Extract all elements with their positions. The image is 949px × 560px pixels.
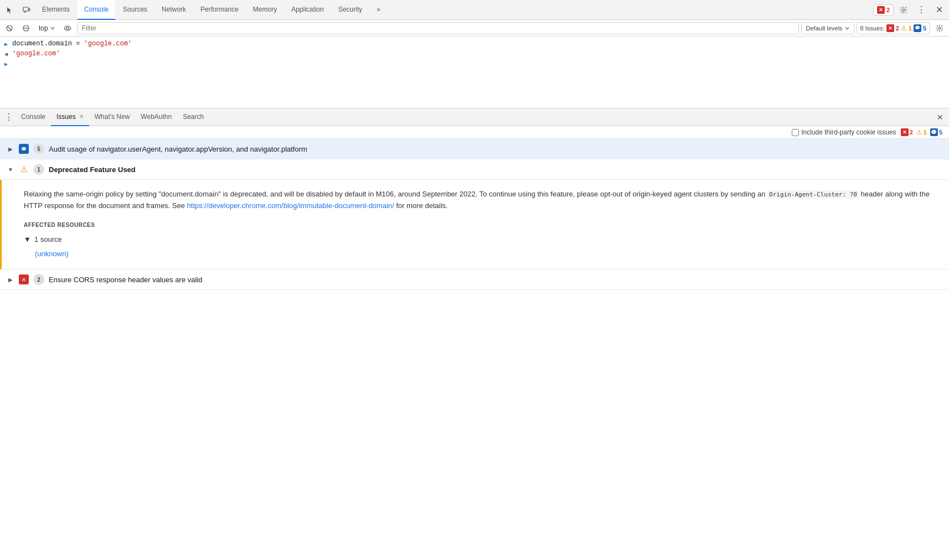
warn-count-badge: ⚠ 1 bbox=[916, 128, 927, 136]
source-toggle[interactable]: ▼ 1 source bbox=[24, 234, 936, 246]
close-issues-tab-icon[interactable]: ✕ bbox=[79, 113, 84, 120]
issue-detail-deprecated: Relaxing the same-origin policy by setti… bbox=[0, 180, 949, 269]
cursor-icon[interactable] bbox=[2, 2, 18, 18]
console-toolbar: top Default levels 8 Issues: ✕ 2 ⚠ 1 💬 5 bbox=[0, 20, 949, 37]
tab-panel-search[interactable]: Search bbox=[177, 108, 209, 126]
return-arrow: ◀ bbox=[4, 50, 8, 58]
close-devtools-icon[interactable]: ✕ bbox=[931, 2, 947, 18]
clear-console-icon[interactable] bbox=[2, 22, 17, 34]
issue-title-3: Ensure CORS response header values are v… bbox=[49, 276, 942, 284]
device-icon[interactable] bbox=[19, 2, 34, 18]
issue-count-2: 1 bbox=[33, 164, 44, 175]
tab-panel-console[interactable]: Console bbox=[16, 108, 51, 126]
source-item-unknown[interactable]: (unknown) bbox=[24, 248, 936, 260]
error-count-badge: ✕ 2 bbox=[901, 128, 913, 136]
issue-expand-arrow-2[interactable]: ▼ bbox=[7, 167, 14, 173]
tab-more[interactable]: » bbox=[370, 0, 387, 20]
tab-panel-webauthn[interactable]: WebAuthn bbox=[135, 108, 177, 126]
issues-badge[interactable]: 8 Issues: ✕ 2 ⚠ 1 💬 5 bbox=[857, 22, 930, 34]
issues-toolbar: Include third-party cookie issues ✕ 2 ⚠ … bbox=[0, 126, 949, 139]
issue-count-1: 5 bbox=[33, 143, 44, 154]
settings-icon[interactable] bbox=[896, 2, 911, 18]
close-panel-icon[interactable]: ✕ bbox=[933, 111, 947, 124]
tab-performance[interactable]: Performance bbox=[194, 0, 245, 20]
tab-panel-issues[interactable]: Issues ✕ bbox=[51, 108, 89, 126]
tab-elements[interactable]: Elements bbox=[35, 0, 76, 20]
svg-rect-0 bbox=[23, 7, 28, 11]
panel-tabs: ⋮ Console Issues ✕ What's New WebAuthn S… bbox=[0, 108, 949, 126]
default-levels-dropdown[interactable]: Default levels bbox=[801, 22, 854, 34]
nav-error-count: 2 bbox=[886, 7, 890, 13]
error-icon: ✕ bbox=[877, 6, 885, 14]
info-count-icon: 💬 bbox=[930, 128, 938, 136]
panel-more-dots[interactable]: ⋮ bbox=[2, 112, 16, 122]
issue-icon-warn: ⚠ bbox=[19, 164, 29, 174]
console-line-3: ▶ bbox=[0, 59, 949, 69]
console-settings-icon[interactable] bbox=[932, 22, 947, 34]
affected-resources: AFFECTED RESOURCES ▼ 1 source (unknown) bbox=[24, 221, 936, 261]
tab-sources[interactable]: Sources bbox=[116, 0, 154, 20]
expand-arrow-1[interactable]: ▶ bbox=[4, 40, 8, 48]
issue-detail-content: Relaxing the same-origin policy by setti… bbox=[2, 180, 949, 269]
console-error-icon: ✕ bbox=[886, 24, 894, 32]
console-info-icon: 💬 bbox=[914, 24, 921, 32]
console-warn-icon: ⚠ bbox=[901, 24, 907, 32]
console-line-1: ▶ document.domain = 'google.com' bbox=[0, 39, 949, 49]
issue-icon-error: ✕ bbox=[19, 274, 29, 284]
issue-row-navigator-audit[interactable]: ▶ 💬 5 Audit usage of navigator.userAgent… bbox=[0, 139, 949, 159]
tab-console[interactable]: Console bbox=[78, 0, 115, 20]
tab-network[interactable]: Network bbox=[155, 0, 193, 20]
svg-rect-1 bbox=[29, 8, 30, 11]
third-party-cookie-checkbox[interactable] bbox=[792, 129, 799, 136]
warn-count-icon: ⚠ bbox=[916, 128, 922, 136]
info-count-badge: 💬 5 bbox=[930, 128, 942, 136]
svg-point-10 bbox=[938, 27, 941, 29]
issue-row-deprecated[interactable]: ▼ ⚠ 1 Deprecated Feature Used bbox=[0, 159, 949, 180]
issues-count-badges: ✕ 2 ⚠ 1 💬 5 bbox=[901, 128, 942, 136]
console-output: ▶ document.domain = 'google.com' ◀ 'goog… bbox=[0, 37, 949, 108]
issue-count-3: 2 bbox=[33, 274, 44, 285]
tab-memory[interactable]: Memory bbox=[246, 0, 283, 20]
issue-link[interactable]: https://developer.chrome.com/blog/immuta… bbox=[187, 201, 394, 210]
top-nav: Elements Console Sources Network Perform… bbox=[0, 0, 949, 20]
affected-label: AFFECTED RESOURCES bbox=[24, 221, 936, 230]
third-party-cookie-checkbox-label[interactable]: Include third-party cookie issues bbox=[792, 128, 896, 136]
issue-row-cors[interactable]: ▶ ✕ 2 Ensure CORS response header values… bbox=[0, 269, 949, 290]
tab-panel-whats-new[interactable]: What's New bbox=[89, 108, 136, 126]
tab-security[interactable]: Security bbox=[332, 0, 369, 20]
console-line-2: ◀ 'google.com' bbox=[0, 49, 949, 59]
code-inline-1: Origin-Agent-Cluster: ?0 bbox=[767, 190, 859, 199]
svg-point-4 bbox=[902, 9, 905, 11]
issue-title-2: Deprecated Feature Used bbox=[49, 165, 942, 174]
svg-line-6 bbox=[8, 27, 11, 30]
top-dropdown[interactable]: top bbox=[35, 22, 58, 34]
issue-title-1: Audit usage of navigator.userAgent, navi… bbox=[49, 145, 942, 153]
issue-expand-arrow-3[interactable]: ▶ bbox=[7, 277, 14, 283]
issues-count-badge[interactable]: ✕ 2 bbox=[873, 4, 894, 15]
issue-description: Relaxing the same-origin policy by setti… bbox=[24, 189, 936, 212]
error-count-icon: ✕ bbox=[901, 128, 909, 136]
block-icon[interactable] bbox=[19, 22, 33, 34]
more-options-icon[interactable]: ⋮ bbox=[914, 2, 929, 18]
nav-right: ✕ 2 ⋮ ✕ bbox=[873, 2, 947, 18]
filter-input[interactable] bbox=[77, 22, 799, 34]
issues-list: ▶ 💬 5 Audit usage of navigator.userAgent… bbox=[0, 139, 949, 290]
issue-icon-info: 💬 bbox=[19, 144, 29, 154]
svg-point-9 bbox=[66, 27, 69, 29]
expand-arrow-3[interactable]: ▶ bbox=[4, 60, 8, 68]
eye-icon[interactable] bbox=[60, 22, 75, 34]
tab-application[interactable]: Application bbox=[285, 0, 331, 20]
issue-expand-arrow-1[interactable]: ▶ bbox=[7, 146, 14, 152]
